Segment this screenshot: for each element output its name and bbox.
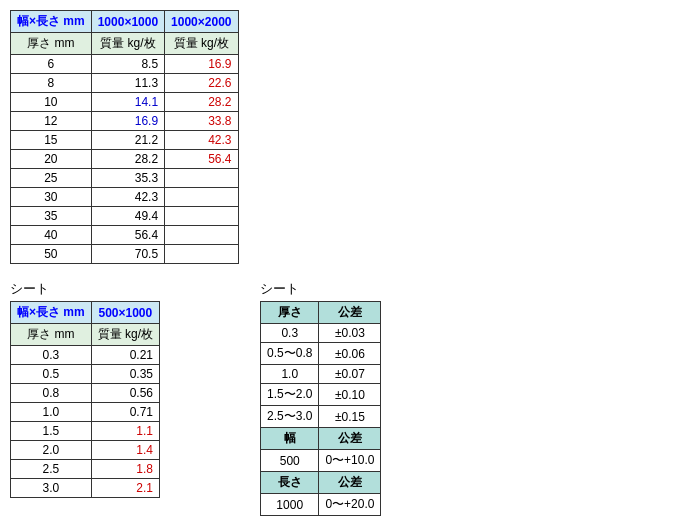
- sheet-left-thickness-cell: 0.3: [11, 346, 92, 365]
- table-row: 長さ公差: [261, 472, 381, 494]
- table-row: 10000〜+20.0: [261, 494, 381, 516]
- plate-thickness-cell: 30: [11, 188, 92, 207]
- plate-thickness-cell: 50: [11, 245, 92, 264]
- table-row: 幅公差: [261, 428, 381, 450]
- plate-sub-header-0: 厚さ mm: [11, 33, 92, 55]
- sheet-left-mass-cell: 0.71: [91, 403, 159, 422]
- plate-sub-header-1: 質量 kg/枚: [91, 33, 164, 55]
- sheet-right-col1-cell: 1000: [261, 494, 319, 516]
- table-row: 3549.4: [11, 207, 239, 226]
- sheet-left-mass-cell: 0.21: [91, 346, 159, 365]
- table-row: 0.80.56: [11, 384, 160, 403]
- sheet-left-block: シート 幅×長さ mm 500×1000 厚さ mm 質量 kg/枚 0.30.…: [10, 272, 160, 498]
- sheet-left-sub-1: 質量 kg/枚: [91, 324, 159, 346]
- plate-thickness-cell: 40: [11, 226, 92, 245]
- plate-w2000-cell: 28.2: [165, 93, 238, 112]
- plate-w1000-cell: 42.3: [91, 188, 164, 207]
- table-row: 0.30.21: [11, 346, 160, 365]
- plate-w2000-cell: 33.8: [165, 112, 238, 131]
- sheet-left-table: 幅×長さ mm 500×1000 厚さ mm 質量 kg/枚 0.30.210.…: [10, 301, 160, 498]
- sheet-left-thickness-cell: 3.0: [11, 479, 92, 498]
- sheet-right-col2-cell: 公差: [319, 428, 381, 450]
- table-row: 厚さ公差: [261, 302, 381, 324]
- plate-w1000-cell: 28.2: [91, 150, 164, 169]
- sheet-left-thickness-cell: 2.5: [11, 460, 92, 479]
- sheet-left-thickness-cell: 2.0: [11, 441, 92, 460]
- plate-sub-header-2: 質量 kg/枚: [165, 33, 238, 55]
- sheet-right-col2-cell: ±0.06: [319, 343, 381, 365]
- sheet-right-col1-cell: 0.5〜0.8: [261, 343, 319, 365]
- sheet-left-mass-cell: 1.4: [91, 441, 159, 460]
- plate-w1000-cell: 49.4: [91, 207, 164, 226]
- sheet-right-col2-cell: ±0.10: [319, 384, 381, 406]
- sheet-right-col2-cell: ±0.15: [319, 406, 381, 428]
- plate-w1000-cell: 16.9: [91, 112, 164, 131]
- plate-w1000-cell: 56.4: [91, 226, 164, 245]
- sheet-left-mass-cell: 1.8: [91, 460, 159, 479]
- table-row: 2028.256.4: [11, 150, 239, 169]
- plate-thickness-cell: 25: [11, 169, 92, 188]
- plate-w2000-cell: 16.9: [165, 55, 238, 74]
- plate-w1000-cell: 70.5: [91, 245, 164, 264]
- table-row: 1.51.1: [11, 422, 160, 441]
- plate-thickness-cell: 20: [11, 150, 92, 169]
- table-row: 2.01.4: [11, 441, 160, 460]
- sheet-right-col2-cell: ±0.07: [319, 365, 381, 384]
- sheet-left-col-1: 500×1000: [91, 302, 159, 324]
- sheet-right-col2-cell: 公差: [319, 472, 381, 494]
- sheet-left-thickness-cell: 0.8: [11, 384, 92, 403]
- plate-col-header-2: 1000×2000: [165, 11, 238, 33]
- sheet-left-thickness-cell: 1.5: [11, 422, 92, 441]
- sheet-right-col2-cell: 0〜+20.0: [319, 494, 381, 516]
- sheet-left-thickness-cell: 0.5: [11, 365, 92, 384]
- plate-thickness-cell: 35: [11, 207, 92, 226]
- table-row: 2535.3: [11, 169, 239, 188]
- sheet-right-col2-cell: ±0.03: [319, 324, 381, 343]
- sheet-left-mass-cell: 0.56: [91, 384, 159, 403]
- sheet-right-col1-cell: 長さ: [261, 472, 319, 494]
- sheet-right-table: 厚さ公差0.3±0.030.5〜0.8±0.061.0±0.071.5〜2.0±…: [260, 301, 381, 516]
- plate-w1000-cell: 35.3: [91, 169, 164, 188]
- sheet-right-block: シート 厚さ公差0.3±0.030.5〜0.8±0.061.0±0.071.5〜…: [260, 272, 381, 516]
- sheet-left-mass-cell: 1.1: [91, 422, 159, 441]
- table-row: 4056.4: [11, 226, 239, 245]
- table-row: 1.0±0.07: [261, 365, 381, 384]
- plate-w1000-cell: 11.3: [91, 74, 164, 93]
- plate-w1000-cell: 8.5: [91, 55, 164, 74]
- table-row: 2.51.8: [11, 460, 160, 479]
- plate-w2000-cell: [165, 226, 238, 245]
- table-row: 3042.3: [11, 188, 239, 207]
- sheet-left-mass-cell: 0.35: [91, 365, 159, 384]
- sheet-left-label: シート: [10, 280, 160, 298]
- plate-w2000-cell: 56.4: [165, 150, 238, 169]
- table-row: 0.50.35: [11, 365, 160, 384]
- plate-thickness-cell: 10: [11, 93, 92, 112]
- sheet-left-mass-cell: 2.1: [91, 479, 159, 498]
- sheet-right-col1-cell: 1.5〜2.0: [261, 384, 319, 406]
- table-row: 5000〜+10.0: [261, 450, 381, 472]
- plate-thickness-cell: 12: [11, 112, 92, 131]
- table-row: 1216.933.8: [11, 112, 239, 131]
- table-row: 0.5〜0.8±0.06: [261, 343, 381, 365]
- table-row: 5070.5: [11, 245, 239, 264]
- table-row: 811.322.6: [11, 74, 239, 93]
- table-row: 2.5〜3.0±0.15: [261, 406, 381, 428]
- plate-w1000-cell: 14.1: [91, 93, 164, 112]
- plate-w2000-cell: 22.6: [165, 74, 238, 93]
- sheet-right-col2-cell: 0〜+10.0: [319, 450, 381, 472]
- sheet-right-col2-cell: 公差: [319, 302, 381, 324]
- plate-w1000-cell: 21.2: [91, 131, 164, 150]
- sheet-right-label: シート: [260, 280, 381, 298]
- sheet-right-col1-cell: 厚さ: [261, 302, 319, 324]
- plate-w2000-cell: [165, 188, 238, 207]
- table-row: 1.5〜2.0±0.10: [261, 384, 381, 406]
- table-row: 3.02.1: [11, 479, 160, 498]
- plate-w2000-cell: [165, 169, 238, 188]
- table-row: 68.516.9: [11, 55, 239, 74]
- sheet-left-thickness-cell: 1.0: [11, 403, 92, 422]
- plate-thickness-cell: 8: [11, 74, 92, 93]
- table-row: 1014.128.2: [11, 93, 239, 112]
- plate-col-header-1: 1000×1000: [91, 11, 164, 33]
- sheet-right-col1-cell: 2.5〜3.0: [261, 406, 319, 428]
- plate-w2000-cell: [165, 207, 238, 226]
